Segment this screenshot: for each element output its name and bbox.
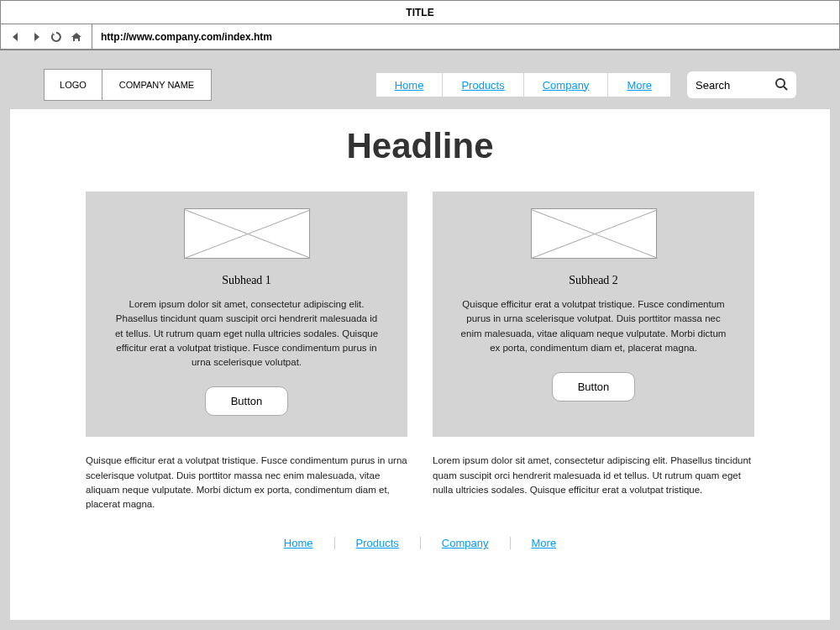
footer-company[interactable]: Company [421,537,511,549]
search-icon[interactable] [774,77,788,93]
card-2-text: Quisque efficitur erat a volutpat tristi… [458,297,729,355]
forward-button[interactable] [29,30,43,44]
svg-line-1 [784,87,787,90]
nav-more[interactable]: More [608,73,670,97]
window-title: TITLE [1,1,839,24]
reload-button[interactable] [50,30,63,44]
card-2: Subhead 2 Quisque efficitur erat a volut… [433,192,754,437]
svg-point-0 [776,79,785,87]
card-2-button[interactable]: Button [552,372,636,402]
card-2-subhead: Subhead 2 [569,274,618,287]
footer-more[interactable]: More [511,537,578,549]
card-1-button[interactable]: Button [205,386,289,416]
nav-company[interactable]: Company [524,73,609,97]
lower-text-2: Lorem ipsum dolor sit amet, consectetur … [433,454,754,512]
nav-home[interactable]: Home [376,73,444,97]
image-placeholder-icon [184,208,310,259]
card-1: Subhead 1 Lorem ipsum dolor sit amet, co… [86,192,407,437]
search-placeholder: Search [696,79,730,92]
lower-text-1: Quisque efficitur erat a volutpat tristi… [86,454,407,512]
main-nav: Home Products Company More [376,73,670,97]
footer-products[interactable]: Products [335,537,421,549]
back-button[interactable] [9,30,23,44]
browser-toolbar: http://www.company.com/index.htm [1,24,839,50]
footer-home[interactable]: Home [263,537,335,549]
image-placeholder-icon [531,208,657,259]
site-header: LOGO COMPANY NAME Home Products Company … [10,60,830,109]
home-button[interactable] [70,30,83,44]
url-bar[interactable]: http://www.company.com/index.htm [92,24,839,49]
page-headline: Headline [86,126,754,166]
card-1-text: Lorem ipsum dolor sit amet, consectetur … [111,297,382,370]
footer-nav: Home Products Company More [86,537,754,549]
company-name: COMPANY NAME [102,69,212,101]
nav-products[interactable]: Products [443,73,523,97]
logo[interactable]: LOGO [44,69,102,101]
card-1-subhead: Subhead 1 [222,274,271,287]
search-input[interactable]: Search [687,71,796,98]
